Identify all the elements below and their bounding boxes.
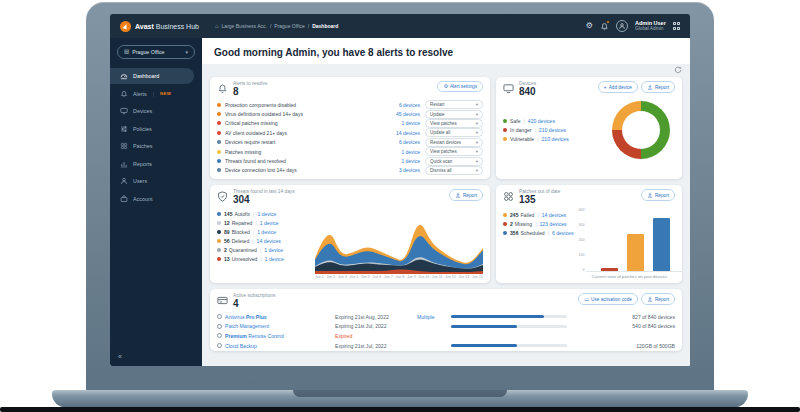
alert-devices-link[interactable]: 14 devices xyxy=(370,130,420,136)
user-role: Global Admin xyxy=(635,26,666,32)
user-menu[interactable]: Admin User Global Admin xyxy=(635,20,666,32)
alert-action-select[interactable]: Update all ▾ xyxy=(425,128,483,137)
sidebar-item-users[interactable]: Users xyxy=(110,173,194,189)
legend-device-link[interactable]: 1 device xyxy=(265,256,284,262)
notifications-bell-icon[interactable] xyxy=(600,22,609,31)
subscription-icon xyxy=(217,343,222,348)
sidebar-item-alerts[interactable]: Alerts |NEW xyxy=(110,86,194,102)
alert-devices-link[interactable]: 3 devices xyxy=(370,167,420,173)
avatar[interactable] xyxy=(616,20,628,32)
dashboard-content: Alerts to resolve 8 ⚙ Alert settings xyxy=(202,64,690,366)
legend-device-link[interactable]: 14 devices xyxy=(257,238,281,244)
legend-color-dot xyxy=(503,128,507,132)
alert-row: Patches missing 1 device View patches ▾ xyxy=(217,147,483,156)
alert-devices-link[interactable]: 1 device xyxy=(370,120,420,126)
sidebar-item-devices[interactable]: Devices xyxy=(110,103,194,119)
subscriptions-report-button[interactable]: Report xyxy=(641,293,675,305)
page-title: Good morning Admin, you have 8 alerts to… xyxy=(202,38,690,64)
legend-device-link[interactable]: 123 devices xyxy=(539,221,566,227)
app-body: ▤ Prague Office ▾ Dashboard Alerts |NEW … xyxy=(110,38,690,366)
alerts-count: 8 xyxy=(233,86,267,97)
alert-label: Critical patches missing xyxy=(225,120,370,126)
alert-action-select[interactable]: Update ▾ xyxy=(425,110,483,119)
alert-devices-link[interactable]: 1 device xyxy=(370,158,420,164)
legend-device-link[interactable]: 14 devices xyxy=(542,212,566,218)
home-icon[interactable]: ⌂ xyxy=(215,23,219,29)
alert-action-select[interactable]: Dismiss all ▾ xyxy=(425,166,483,175)
new-badge: NEW xyxy=(160,91,171,96)
alert-action-select[interactable]: Restart ▾ xyxy=(425,100,483,109)
breadcrumb-item[interactable]: Large Business Acc. xyxy=(222,23,267,29)
alert-devices-link[interactable]: 1 device xyxy=(370,149,420,155)
legend-separator: | xyxy=(260,247,261,253)
laptop-notch xyxy=(293,390,507,397)
main-area: Good morning Admin, you have 8 alerts to… xyxy=(202,38,690,366)
subscription-name-link[interactable]: Patch Management xyxy=(217,323,335,329)
breadcrumb-item[interactable]: Prague Office xyxy=(274,23,304,29)
alert-action-select[interactable]: Quick scan ▾ xyxy=(425,157,483,166)
subscription-multiple-link[interactable]: Multiple xyxy=(417,314,451,320)
alert-devices-link[interactable]: 45 devices xyxy=(370,111,420,117)
bell-icon xyxy=(217,83,228,94)
reports-icon xyxy=(120,160,128,168)
x-tick-label: Jun 8 xyxy=(395,275,404,279)
legend-device-link[interactable]: 1 device xyxy=(257,229,276,235)
alert-settings-button[interactable]: ⚙ Alert settings xyxy=(437,81,483,92)
alert-row: Device connection lost 14+ days 3 device… xyxy=(217,166,483,175)
sidebar-nav: Dashboard Alerts |NEW Devices Policies P… xyxy=(110,68,202,207)
use-activation-code-button[interactable]: ▭ Use activation code xyxy=(578,293,638,305)
sidebar-item-patches[interactable]: Patches xyxy=(110,138,194,154)
patches-report-button[interactable]: Report xyxy=(641,189,675,201)
alert-action-select[interactable]: Restart devices ▾ xyxy=(425,138,483,147)
subscription-usage: 120GB of 500GB xyxy=(583,343,675,349)
legend-label: Repaired xyxy=(232,220,253,226)
subscriptions-count: 4 xyxy=(233,298,275,309)
alert-row: AV client outdated 21+ days 14 devices U… xyxy=(217,128,483,137)
legend-label: Vulnerable xyxy=(510,136,534,142)
chevron-down-icon: ▾ xyxy=(476,140,478,145)
legend-device-link[interactable]: 420 devices xyxy=(528,118,555,124)
subscription-name-link[interactable]: Premium Remote Control xyxy=(217,333,335,339)
subscription-name-link[interactable]: Antivirus Pro Plus xyxy=(217,314,335,320)
legend-device-link[interactable]: 210 devices xyxy=(542,136,569,142)
alert-action-select[interactable]: View patches ▾ xyxy=(425,119,483,128)
subscription-usage: 540 of 840 devices xyxy=(583,323,675,329)
apps-icon[interactable] xyxy=(673,22,680,29)
legend-device-link[interactable]: 6 devices xyxy=(552,230,574,236)
devices-report-button[interactable]: Report xyxy=(641,81,675,93)
policies-icon xyxy=(120,125,128,133)
sidebar-item-dashboard[interactable]: Dashboard xyxy=(110,68,194,84)
legend-color-dot xyxy=(217,212,221,216)
app-window: Avast Business Hub ⌂ Large Business Acc.… xyxy=(110,14,690,366)
sidebar-item-reports[interactable]: Reports xyxy=(110,156,194,172)
alert-row: Protection components disabled 6 devices… xyxy=(217,100,483,109)
sidebar-item-account[interactable]: Account xyxy=(110,191,194,207)
legend-item: Vulnerable | 210 devices xyxy=(503,135,607,144)
alert-label: Virus definitions outdated 14+ days xyxy=(225,111,370,117)
legend-label: Quarantined xyxy=(229,247,257,253)
legend-value: 2 xyxy=(510,221,513,227)
patches-bar-chart: 4003002001000 Current state of patches o… xyxy=(573,208,682,279)
add-device-button[interactable]: + Add device xyxy=(598,81,638,93)
refresh-icon[interactable] xyxy=(674,66,682,76)
threats-report-button[interactable]: Report xyxy=(449,189,483,201)
bar-scheduled xyxy=(653,218,670,271)
sidebar-collapse-icon[interactable]: « xyxy=(110,347,202,366)
settings-gear-icon[interactable]: ⚙ xyxy=(586,22,593,30)
subscription-name-link[interactable]: Cloud Backup xyxy=(217,343,335,349)
legend-device-link[interactable]: 1 device xyxy=(260,220,279,226)
sidebar-item-policies[interactable]: Policies xyxy=(110,121,194,137)
legend-device-link[interactable]: 1 device xyxy=(264,247,283,253)
monitor-icon xyxy=(503,83,514,94)
legend-color-dot xyxy=(217,239,221,243)
x-tick-label: Jun 6 xyxy=(372,275,381,279)
chevron-down-icon: ▾ xyxy=(476,102,478,107)
alert-action-select[interactable]: View patches ▾ xyxy=(425,147,483,156)
org-selector[interactable]: ▤ Prague Office ▾ xyxy=(117,45,195,59)
legend-device-link[interactable]: 1 device xyxy=(257,211,276,217)
alert-devices-link[interactable]: 6 devices xyxy=(370,102,420,108)
legend-color-dot xyxy=(217,230,221,234)
legend-device-link[interactable]: 210 devices xyxy=(539,127,566,133)
alert-devices-link[interactable]: 6 devices xyxy=(370,139,420,145)
x-tick-label: Jun 1 xyxy=(315,275,324,279)
